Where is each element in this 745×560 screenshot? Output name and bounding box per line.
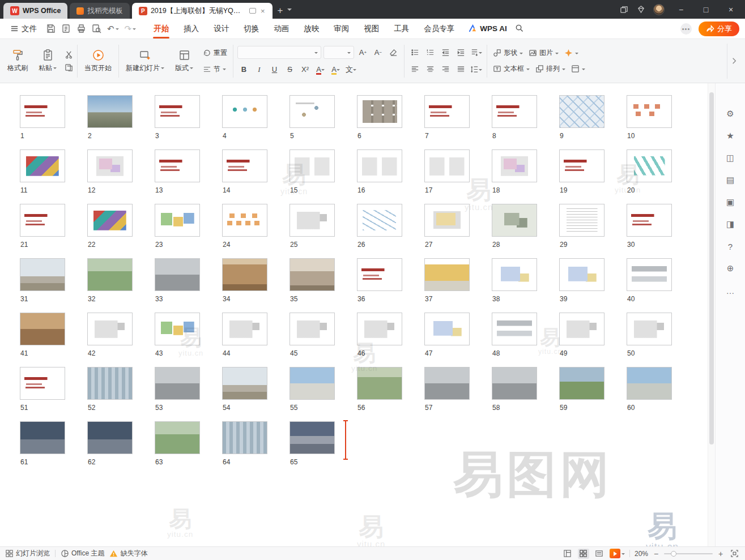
- slide-thumbnail[interactable]: [559, 204, 604, 237]
- slide-thumbnail[interactable]: [424, 367, 470, 400]
- slide-cell-32[interactable]: 32: [87, 258, 155, 313]
- slide-thumbnail[interactable]: [627, 149, 672, 182]
- slide-cell-12[interactable]: 12: [87, 149, 155, 204]
- slide-thumbnail[interactable]: [87, 149, 133, 182]
- slide-cell-46[interactable]: 46: [357, 313, 424, 367]
- search-icon[interactable]: [515, 24, 523, 34]
- slide-cell-24[interactable]: 24: [222, 204, 290, 258]
- paste-button[interactable]: 粘贴: [35, 48, 61, 75]
- slide-cell-65[interactable]: 65: [290, 421, 357, 476]
- slide-thumbnail[interactable]: [20, 149, 65, 182]
- scrollbar-thumb[interactable]: [709, 92, 714, 444]
- share-button[interactable]: 分享: [699, 22, 739, 36]
- print-preview-icon[interactable]: [92, 24, 101, 33]
- slide-thumbnail[interactable]: [424, 258, 470, 291]
- decrease-indent-button[interactable]: [439, 46, 452, 59]
- ribbon-tab-7[interactable]: 审阅: [326, 19, 356, 39]
- slide-thumbnail[interactable]: [424, 95, 470, 128]
- undo-caret-icon[interactable]: [116, 28, 119, 32]
- slide-cell-6[interactable]: 6: [357, 95, 424, 149]
- slide-cell-40[interactable]: 40: [627, 258, 694, 313]
- member-gem-icon[interactable]: [636, 5, 645, 14]
- slide-cell-20[interactable]: 20: [627, 149, 694, 204]
- slide-cell-13[interactable]: 13: [155, 149, 222, 204]
- slide-cell-8[interactable]: 8: [492, 95, 559, 149]
- zoom-in-button[interactable]: +: [717, 549, 724, 558]
- slide-cell-44[interactable]: 44: [222, 313, 290, 367]
- slide-layout-button[interactable]: 版式: [171, 48, 197, 75]
- slide-thumbnail[interactable]: [290, 95, 335, 128]
- slide-thumbnail[interactable]: [87, 258, 133, 291]
- slide-cell-54[interactable]: 54: [222, 367, 290, 421]
- zoom-level-label[interactable]: 20%: [635, 550, 648, 558]
- slide-cell-30[interactable]: 30: [627, 204, 694, 258]
- slide-cell-16[interactable]: 16: [357, 149, 424, 204]
- new-tab-button[interactable]: +: [273, 3, 287, 19]
- slide-cell-4[interactable]: 4: [222, 95, 290, 149]
- slide-cell-62[interactable]: 62: [87, 421, 155, 476]
- slide-thumbnail[interactable]: [87, 95, 133, 128]
- slide-thumbnail[interactable]: [559, 149, 604, 182]
- favorites-icon[interactable]: ★: [725, 130, 736, 142]
- missing-fonts-warning[interactable]: 缺失字体: [109, 549, 147, 558]
- slide-cell-5[interactable]: 5: [290, 95, 357, 149]
- line-spacing-button[interactable]: [470, 63, 483, 76]
- slide-cell-58[interactable]: 58: [492, 367, 559, 421]
- ribbon-tab-3[interactable]: 设计: [206, 19, 236, 39]
- resources-icon[interactable]: ◨: [725, 219, 736, 230]
- ribbon-tab-5[interactable]: 动画: [266, 19, 296, 39]
- clear-format-button[interactable]: [387, 46, 400, 59]
- slide-thumbnail[interactable]: [290, 421, 335, 454]
- slide-cell-55[interactable]: 55: [290, 367, 357, 421]
- slide-thumbnail[interactable]: [627, 258, 672, 291]
- slide-thumbnail[interactable]: [492, 313, 537, 345]
- slide-thumbnail[interactable]: [492, 258, 537, 291]
- slide-cell-22[interactable]: 22: [87, 204, 155, 258]
- pinyin-guide-button[interactable]: 文: [344, 63, 357, 76]
- slide-thumbnail[interactable]: [155, 313, 200, 345]
- fit-to-window-button[interactable]: [729, 549, 740, 559]
- slide-cell-27[interactable]: 27: [424, 204, 492, 258]
- slide-thumbnail[interactable]: [155, 258, 200, 291]
- underline-button[interactable]: U: [268, 63, 281, 76]
- highlight-color-button[interactable]: A: [329, 63, 342, 76]
- slide-cell-18[interactable]: 18: [492, 149, 559, 204]
- selection-pane-button[interactable]: [569, 63, 587, 74]
- close-window-button[interactable]: ×: [722, 2, 739, 17]
- redo-caret-icon[interactable]: [133, 28, 136, 32]
- slide-thumbnail[interactable]: [20, 313, 65, 345]
- user-avatar[interactable]: [653, 4, 665, 15]
- slide-thumbnail[interactable]: [290, 367, 335, 400]
- slide-cell-3[interactable]: 3: [155, 95, 222, 149]
- slide-cell-26[interactable]: 26: [357, 204, 424, 258]
- save-icon[interactable]: [46, 24, 56, 33]
- slide-thumbnail[interactable]: [290, 313, 335, 345]
- ribbon-expand-button[interactable]: [727, 44, 740, 79]
- slide-cell-14[interactable]: 14: [222, 149, 290, 204]
- slide-cell-1[interactable]: 1: [20, 95, 87, 149]
- picture-button[interactable]: 图片: [527, 47, 560, 59]
- numbering-button[interactable]: [424, 46, 437, 59]
- slide-cell-61[interactable]: 61: [20, 421, 87, 476]
- slide-cell-39[interactable]: 39: [559, 258, 627, 313]
- slide-thumbnail[interactable]: [155, 149, 200, 182]
- arrange-button[interactable]: 排列: [534, 63, 567, 75]
- slide-cell-10[interactable]: 10: [627, 95, 694, 149]
- slide-cell-60[interactable]: 60: [627, 367, 694, 421]
- superscript-button[interactable]: X²: [299, 63, 312, 76]
- cut-button[interactable]: [65, 50, 73, 59]
- slide-cell-35[interactable]: 35: [290, 258, 357, 313]
- ribbon-tab-9[interactable]: 工具: [386, 19, 416, 39]
- slide-cell-31[interactable]: 31: [20, 258, 87, 313]
- slide-thumbnail[interactable]: [492, 367, 537, 400]
- slide-thumbnail[interactable]: [87, 313, 133, 345]
- align-right-button[interactable]: [439, 63, 452, 76]
- slide-cell-33[interactable]: 33: [155, 258, 222, 313]
- slide-cell-34[interactable]: 34: [222, 258, 290, 313]
- align-left-button[interactable]: [408, 63, 422, 76]
- slide-thumbnail[interactable]: [357, 258, 402, 291]
- slide-thumbnail[interactable]: [155, 421, 200, 454]
- slide-cell-64[interactable]: 64: [222, 421, 290, 476]
- scroll-up-icon[interactable]: [710, 86, 714, 90]
- reset-slide-button[interactable]: 重置: [201, 47, 229, 59]
